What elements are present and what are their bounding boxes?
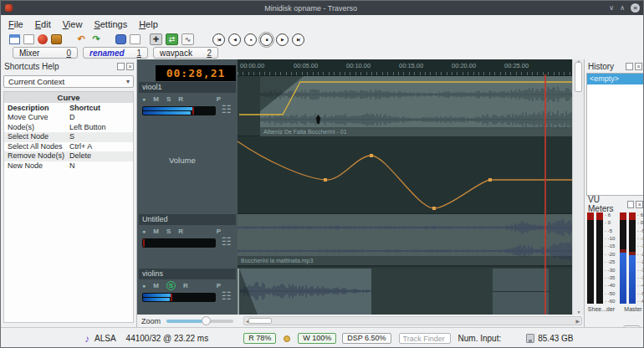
titlebar[interactable]: Minidisk opname - Traverso ∨ ∧ × [1, 1, 644, 15]
new-sheet-icon[interactable] [9, 34, 20, 44]
track-name-untitled[interactable]: Untitled [139, 214, 236, 225]
close-icon[interactable]: × [631, 3, 640, 13]
vscroll-thumb[interactable] [575, 62, 582, 92]
audio-clip-violins[interactable] [238, 269, 371, 315]
menu-settings[interactable]: Settings [94, 19, 127, 29]
menu-help[interactable]: Help [139, 19, 158, 29]
curve-mode-icon[interactable]: ∿ [181, 33, 194, 45]
timeline-canvas[interactable]: 00:00.0000:05.0000:10.0000:15.0000:20.00… [238, 59, 572, 315]
record-button[interactable]: R [178, 228, 183, 235]
maximize-icon[interactable]: ∧ [620, 5, 625, 12]
waveform [239, 269, 373, 315]
menu-file[interactable]: File [8, 19, 23, 29]
vu-scale-tick: -10 [605, 236, 615, 241]
vu-scale-tick: -20 [605, 252, 615, 257]
track1-gain-fader[interactable] [142, 106, 216, 115]
track3-gain-fader[interactable] [142, 293, 216, 302]
playhead[interactable] [544, 74, 546, 315]
record-button[interactable]: ● [244, 33, 257, 46]
float-panel-icon[interactable] [627, 201, 635, 208]
zoom-slider[interactable] [166, 320, 233, 323]
shortcut-key: N [69, 161, 133, 171]
clock-icon[interactable]: ☷ [220, 289, 233, 302]
skip-to-end-button[interactable]: ▶| [292, 33, 304, 46]
menu-edit[interactable]: Edit [35, 19, 51, 29]
volume-curve[interactable] [238, 136, 572, 214]
zoom-slider-thumb[interactable] [202, 316, 211, 325]
menu-view[interactable]: View [63, 19, 83, 29]
record-button[interactable]: R [183, 282, 188, 289]
float-panel-icon[interactable] [626, 63, 633, 70]
timeline-ruler[interactable]: 00:00.0000:05.0000:10.0000:15.0000:20.00… [238, 59, 572, 76]
edit-mode-icon[interactable]: ✚ [150, 33, 162, 45]
audio-clip-silent[interactable] [371, 269, 572, 315]
new-track-icon[interactable] [23, 34, 34, 44]
stop-button[interactable]: ■ [260, 33, 273, 46]
vu-scale-tick: -35 [637, 275, 644, 280]
shortcut-desc: Select All Nodes [4, 142, 69, 152]
audio-settings: 44100/32 @ 23.22 ms [126, 334, 209, 343]
pan-button[interactable]: P [217, 228, 221, 235]
tab-wavpack[interactable]: wavpack 2 [153, 47, 218, 59]
undo-icon[interactable]: ↶ [75, 34, 87, 44]
shortcuts-table: Curve Description Shortcut Move CurveD N… [3, 91, 134, 323]
history-list[interactable]: <empty> [586, 73, 644, 196]
mute-button[interactable]: M [153, 282, 159, 289]
show-effects-icon[interactable] [130, 34, 141, 44]
pan-button[interactable]: P [217, 95, 221, 103]
record-arm-icon[interactable]: ● [142, 228, 146, 234]
close-panel-icon[interactable]: × [126, 63, 134, 70]
context-select[interactable]: Current Context ▾ [3, 75, 134, 88]
sheet-tabbar: Mixer 0 renamed 1 wavpack 2 [1, 46, 644, 59]
clip-gain-curve[interactable] [238, 76, 572, 136]
vu-scale-tick: -40 [605, 283, 615, 288]
record-arm-icon[interactable]: ● [142, 283, 146, 289]
shortcut-key: D [69, 113, 133, 123]
chevron-down-icon: ▾ [126, 76, 130, 87]
mute-button[interactable]: M [153, 95, 159, 103]
float-panel-icon[interactable] [117, 63, 125, 70]
track-finder-input[interactable] [399, 333, 451, 344]
track-name-viool1[interactable]: viool1 [139, 82, 236, 93]
record-arm-icon[interactable]: ● [142, 96, 146, 102]
redo-icon[interactable]: ↷ [90, 34, 102, 44]
curve-node[interactable] [432, 207, 436, 210]
skip-to-start-button[interactable]: |◀ [212, 33, 225, 46]
tab-renamed[interactable]: renamed 1 [83, 47, 148, 59]
vu-scale-tick: -20 [637, 252, 644, 257]
pan-button[interactable]: P [217, 282, 221, 289]
snap-icon[interactable] [115, 34, 126, 44]
close-panel-icon[interactable]: × [635, 63, 642, 70]
tab-label: wavpack [160, 49, 192, 58]
vu-scale-tick: -25 [637, 259, 644, 264]
record-button[interactable]: R [178, 95, 183, 103]
effects-mode-icon[interactable]: ⇄ [166, 33, 178, 45]
mute-button[interactable]: M [153, 228, 159, 235]
solo-button[interactable]: S [166, 228, 171, 235]
horizontal-scrollbar[interactable]: ◀ ▶ [243, 316, 582, 325]
solo-button[interactable]: S [166, 95, 171, 103]
track2-gain-fader[interactable] [142, 238, 216, 248]
save-project-icon[interactable] [51, 34, 62, 44]
track-name-violins[interactable]: violins [139, 269, 236, 279]
minimize-icon[interactable]: ∨ [609, 5, 614, 12]
curve-node[interactable] [370, 154, 373, 157]
scroll-right-icon[interactable]: ▶ [575, 318, 580, 325]
driver-name: ALSA [95, 334, 116, 343]
hscroll-thumb[interactable] [248, 318, 272, 324]
vertical-scrollbar[interactable]: ▲ ▼ [572, 59, 584, 315]
clock-icon[interactable]: ☷ [220, 235, 233, 248]
curve-node[interactable] [324, 178, 327, 182]
curve-node[interactable] [488, 178, 492, 182]
seek-back-button[interactable]: ◀ [228, 33, 241, 46]
close-panel-icon[interactable]: × [636, 201, 643, 208]
solo-button-active[interactable]: S [166, 281, 176, 290]
tab-mixer[interactable]: Mixer 0 [13, 47, 78, 59]
clock-icon[interactable]: ☷ [220, 103, 233, 115]
history-item-selected[interactable]: <empty> [587, 74, 643, 84]
play-button[interactable]: ▶ [276, 33, 289, 46]
open-project-icon[interactable] [38, 34, 48, 44]
ruler-time-label: 00:25.00 [504, 62, 529, 69]
volume-curve-lane[interactable] [238, 136, 572, 214]
context-select-value: Current Context [8, 77, 64, 86]
